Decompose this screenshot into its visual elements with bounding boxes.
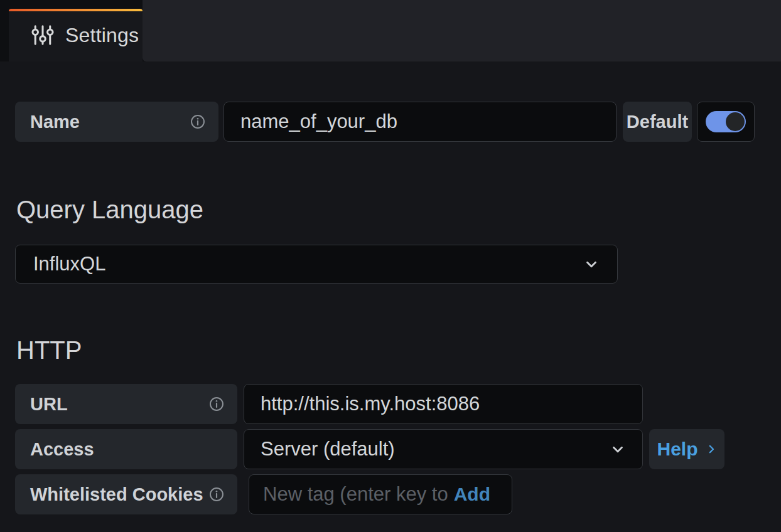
help-label: Help (657, 439, 698, 460)
datasource-settings-page: Settings Name Default (0, 0, 781, 532)
default-label: Default (627, 112, 688, 132)
info-icon[interactable] (208, 486, 225, 503)
info-icon[interactable] (190, 114, 206, 130)
access-selected-value: Server (default) (261, 438, 610, 460)
access-select[interactable]: Server (default) (244, 429, 643, 469)
name-input[interactable] (224, 102, 617, 142)
chevron-right-icon (706, 444, 717, 455)
default-toggle-pill[interactable] (706, 111, 746, 132)
settings-form: Name Default Query Language Influx (0, 102, 781, 514)
http-heading: HTTP (16, 338, 773, 363)
name-label-box: Name (15, 102, 218, 142)
whitelisted-cookies-label: Whitelisted Cookies (30, 484, 203, 505)
cookies-tag-input[interactable] (249, 483, 448, 506)
query-language-selected-value: InfluxQL (33, 253, 583, 275)
chevron-down-icon (610, 441, 626, 457)
access-row: Access Server (default) Help (15, 429, 773, 469)
info-icon[interactable] (208, 396, 225, 412)
tab-bar-background (143, 0, 781, 61)
default-toggle-knob (726, 112, 745, 131)
url-row: URL (15, 384, 773, 424)
access-help-button[interactable]: Help (649, 429, 724, 469)
whitelisted-cookies-label-box: Whitelisted Cookies (15, 474, 237, 514)
sliders-icon (30, 23, 55, 48)
tab-settings[interactable]: Settings (9, 9, 143, 61)
whitelisted-cookies-row: Whitelisted Cookies Add (15, 474, 773, 514)
query-language-select[interactable]: InfluxQL (15, 245, 618, 284)
url-input[interactable] (244, 384, 643, 424)
cookies-tag-input-box: Add (249, 474, 512, 514)
name-row: Name Default (15, 102, 773, 142)
query-language-heading: Query Language (16, 197, 773, 222)
url-label: URL (30, 394, 68, 415)
access-label: Access (30, 439, 94, 460)
name-label: Name (30, 112, 80, 132)
tab-bar: Settings (0, 0, 781, 61)
add-tag-button[interactable]: Add (448, 484, 512, 505)
default-label-box: Default (623, 102, 692, 142)
access-label-box: Access (15, 429, 237, 469)
chevron-down-icon (583, 256, 600, 272)
tab-settings-label: Settings (65, 24, 139, 47)
default-toggle[interactable] (697, 102, 755, 142)
url-label-box: URL (15, 384, 237, 424)
